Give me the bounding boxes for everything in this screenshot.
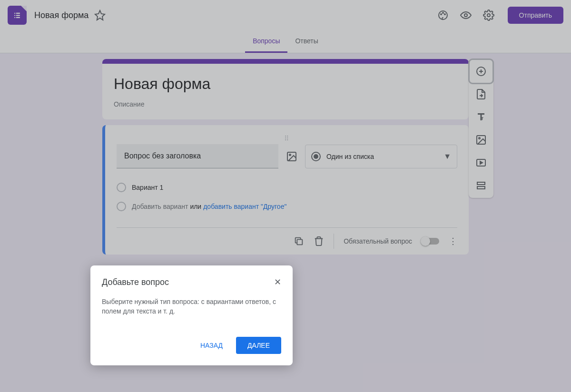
- popover-body: Выберите нужный тип вопроса: с вариантам…: [102, 297, 281, 316]
- popover-title: Добавьте вопрос: [102, 277, 169, 287]
- close-icon[interactable]: ✕: [274, 277, 281, 287]
- next-button[interactable]: ДАЛЕЕ: [236, 337, 281, 354]
- back-button[interactable]: НАЗАД: [191, 337, 232, 354]
- onboarding-popover: Добавьте вопрос ✕ Выберите нужный тип во…: [90, 265, 293, 365]
